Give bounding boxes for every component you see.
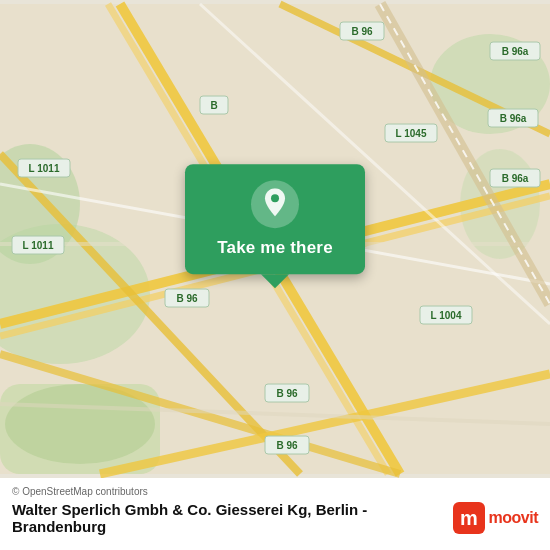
svg-point-45: [271, 194, 279, 202]
location-pin-icon: [261, 188, 289, 220]
bottom-row: Walter Sperlich Gmbh & Co. Giesserei Kg,…: [12, 501, 538, 535]
moovit-logo: m moovit: [453, 502, 538, 534]
svg-text:B 96a: B 96a: [502, 173, 529, 184]
svg-text:B 96: B 96: [176, 293, 198, 304]
svg-text:L 1045: L 1045: [396, 128, 427, 139]
map-area: B 96 B 96a B 96a B 96a L 1011 L 1011 B L…: [0, 0, 550, 478]
svg-text:B: B: [210, 100, 217, 111]
svg-text:L 1011: L 1011: [29, 163, 60, 174]
business-name: Walter Sperlich Gmbh & Co. Giesserei Kg,…: [12, 501, 453, 535]
svg-text:L 1004: L 1004: [431, 310, 462, 321]
svg-text:B 96a: B 96a: [502, 46, 529, 57]
moovit-brand-text: moovit: [489, 509, 538, 527]
bottom-bar: © OpenStreetMap contributors Walter Sper…: [0, 478, 550, 550]
moovit-brand-icon: m: [453, 502, 485, 534]
location-icon-wrap: [251, 180, 299, 228]
svg-text:B 96: B 96: [351, 26, 373, 37]
map-attribution: © OpenStreetMap contributors: [12, 486, 538, 497]
app: B 96 B 96a B 96a B 96a L 1011 L 1011 B L…: [0, 0, 550, 550]
svg-text:B 96: B 96: [276, 440, 298, 451]
popup-card[interactable]: Take me there: [185, 164, 365, 274]
take-me-there-button[interactable]: Take me there: [217, 238, 333, 258]
svg-text:B 96a: B 96a: [500, 113, 527, 124]
svg-text:L 1011: L 1011: [23, 240, 54, 251]
svg-text:m: m: [460, 507, 478, 529]
svg-text:B 96: B 96: [276, 388, 298, 399]
